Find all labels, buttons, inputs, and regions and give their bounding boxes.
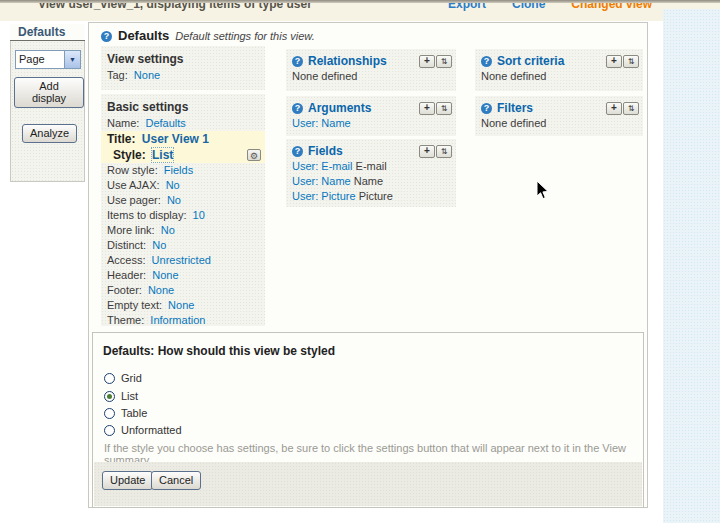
setting-value-link[interactable]: Fields [164, 164, 193, 176]
help-icon[interactable]: ? [292, 103, 303, 114]
setting-value-link[interactable]: 10 [193, 209, 205, 221]
style-form-heading: Defaults: How should this view be styled [103, 344, 335, 358]
setting-value-link[interactable]: None [152, 269, 178, 281]
style-option-list[interactable]: List [104, 390, 138, 402]
add-relationship-button[interactable]: + [419, 55, 435, 68]
display-type-select[interactable]: Page ▼ [15, 50, 81, 69]
setting-row-theme: Theme: Information [101, 313, 265, 328]
radio-icon[interactable] [104, 391, 115, 402]
field-link[interactable]: User: Picture [292, 190, 356, 202]
setting-value-link[interactable]: No [161, 224, 175, 236]
setting-value-link[interactable]: No [167, 194, 181, 206]
rearrange-icon: ⇅ [441, 104, 448, 113]
setting-label: Access: [107, 254, 146, 266]
dropdown-button[interactable]: ▼ [64, 51, 80, 68]
page-title-bar: View user_view_1, displaying items of ty… [0, 3, 720, 21]
rearrange-sorts-button[interactable]: ⇅ [623, 55, 639, 68]
rearrange-icon: ⇅ [628, 104, 635, 113]
setting-value-link[interactable]: User View 1 [142, 132, 209, 146]
filters-title-link[interactable]: Filters [497, 101, 605, 115]
help-icon[interactable]: ? [292, 56, 303, 67]
field-link[interactable]: User: E-mail [292, 160, 353, 172]
sort-criteria-title-link[interactable]: Sort criteria [497, 54, 605, 68]
setting-row-items: Items to display: 10 [101, 208, 265, 223]
setting-value-link[interactable]: None [168, 299, 194, 311]
update-button[interactable]: Update [102, 471, 153, 490]
setting-label: Distinct: [107, 239, 146, 251]
setting-value-link[interactable]: List [152, 148, 173, 162]
style-option-grid[interactable]: Grid [104, 372, 142, 384]
filters-section: ? Filters + ⇅ None defined [475, 96, 643, 136]
view-settings-box: View settings Tag: None [101, 46, 265, 90]
setting-value-link[interactable]: Defaults [145, 117, 185, 129]
setting-row-distinct: Distinct: No [101, 238, 265, 253]
changed-view-indicator[interactable]: Changed view [571, 3, 652, 11]
setting-row-pager: Use pager: No [101, 193, 265, 208]
add-filter-button[interactable]: + [606, 102, 622, 115]
plus-icon: + [424, 102, 430, 113]
argument-link[interactable]: User: Name [292, 117, 351, 129]
setting-value-link[interactable]: No [166, 179, 180, 191]
setting-label: Items to display: [107, 209, 186, 221]
radio-icon[interactable] [104, 425, 115, 436]
arguments-title-link[interactable]: Arguments [308, 101, 418, 115]
analyze-button[interactable]: Analyze [22, 124, 77, 143]
clone-link[interactable]: Clone [512, 3, 545, 11]
add-field-button[interactable]: + [419, 145, 435, 158]
cancel-button[interactable]: Cancel [151, 471, 201, 490]
add-sort-button[interactable]: + [606, 55, 622, 68]
fields-title-link[interactable]: Fields [308, 144, 418, 158]
display-header: ?DefaultsDefault settings for this view. [101, 28, 641, 43]
tag-value-link[interactable]: None [134, 69, 160, 81]
setting-label: Theme: [107, 314, 144, 326]
style-settings-gear-button[interactable]: ⚙ [247, 149, 261, 161]
setting-value-link[interactable]: Information [150, 314, 205, 326]
radio-label: List [121, 390, 138, 402]
plus-icon: + [424, 145, 430, 156]
display-header-subtitle: Default settings for this view. [175, 30, 314, 42]
help-icon[interactable]: ? [481, 56, 492, 67]
rearrange-arguments-button[interactable]: ⇅ [436, 102, 452, 115]
setting-row-empty: Empty text: None [101, 298, 265, 313]
sidebar-tab-defaults[interactable]: Defaults [10, 24, 85, 41]
rearrange-fields-button[interactable]: ⇅ [436, 145, 452, 158]
field-admin-label: Picture [356, 190, 393, 202]
field-item: User: Name Name [286, 174, 456, 189]
style-option-unformatted[interactable]: Unformatted [104, 424, 182, 436]
help-icon[interactable]: ? [292, 146, 303, 157]
setting-value-link[interactable]: Unrestricted [152, 254, 211, 266]
setting-value-link[interactable]: None [148, 284, 174, 296]
view-settings-title: View settings [101, 46, 265, 68]
setting-label: Row style: [107, 164, 158, 176]
view-page-title: View user_view_1, displaying items of ty… [38, 3, 312, 11]
field-admin-label: Name [351, 175, 383, 187]
field-link[interactable]: User: Name [292, 175, 351, 187]
setting-value-link[interactable]: No [152, 239, 166, 251]
add-argument-button[interactable]: + [419, 102, 435, 115]
add-display-button[interactable]: Add display [14, 77, 84, 108]
setting-label: Title: [107, 132, 135, 146]
field-item: User: E-mail E-mail [286, 159, 456, 174]
rearrange-relationships-button[interactable]: ⇅ [436, 55, 452, 68]
setting-row-access: Access: Unrestricted [101, 253, 265, 268]
radio-icon[interactable] [104, 408, 115, 419]
setting-label: Header: [107, 269, 146, 281]
setting-row-name: Name: Defaults [101, 116, 265, 131]
setting-row-style: Style: List ⚙ [101, 147, 265, 163]
setting-row-footer: Footer: None [101, 283, 265, 298]
setting-row-header: Header: None [101, 268, 265, 283]
style-option-table[interactable]: Table [104, 407, 147, 419]
setting-label: Footer: [107, 284, 142, 296]
export-link[interactable]: Export [448, 3, 486, 11]
help-icon[interactable]: ? [101, 31, 112, 42]
relationships-empty-text: None defined [286, 69, 456, 82]
view-action-links: ExportCloneChanged view [422, 3, 652, 11]
sort-criteria-empty-text: None defined [475, 69, 643, 82]
help-icon[interactable]: ? [481, 103, 492, 114]
rearrange-filters-button[interactable]: ⇅ [623, 102, 639, 115]
relationships-title-link[interactable]: Relationships [308, 54, 418, 68]
radio-icon[interactable] [104, 373, 115, 384]
field-item: User: Picture Picture [286, 189, 456, 204]
rearrange-icon: ⇅ [441, 147, 448, 156]
setting-row-ajax: Use AJAX: No [101, 178, 265, 193]
